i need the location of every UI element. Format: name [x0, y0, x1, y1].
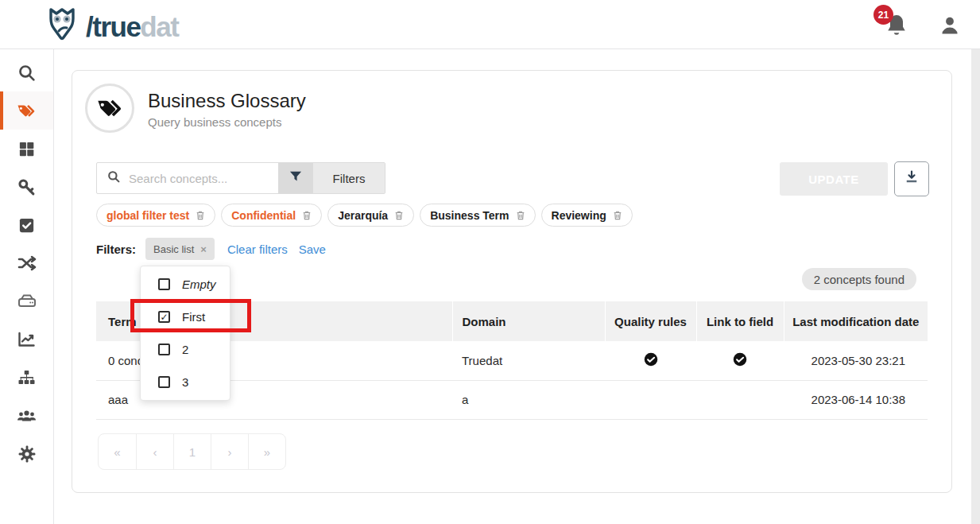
- sidebar-item-lineage[interactable]: [0, 244, 53, 282]
- sidebar-item-permissions[interactable]: [0, 168, 53, 206]
- pagination-prev-button[interactable]: ‹: [136, 434, 173, 469]
- trash-icon[interactable]: [394, 210, 404, 220]
- sidebar: [0, 49, 54, 524]
- saved-filter-chip[interactable]: Basic list ×: [145, 238, 215, 260]
- tags-icon: [16, 101, 37, 120]
- cell-last-modification: 2023-05-30 23:21: [784, 341, 928, 380]
- trash-icon[interactable]: [196, 210, 205, 220]
- col-header-quality-rules[interactable]: Quality rules: [605, 301, 696, 341]
- truedat-app: /truedat 21: [0, 0, 980, 524]
- sidebar-item-settings[interactable]: [0, 435, 53, 473]
- page-scrollbar[interactable]: [971, 49, 980, 524]
- cell-link-to-field: [696, 341, 784, 380]
- checkbox-unchecked-icon[interactable]: [158, 344, 170, 355]
- checkbox-checked-icon[interactable]: [158, 311, 170, 323]
- check-circle-icon: [733, 352, 747, 369]
- col-header-domain[interactable]: Domain: [452, 301, 605, 341]
- sidebar-item-glossary[interactable]: [0, 91, 53, 130]
- sitemap-icon: [17, 368, 37, 387]
- check-circle-icon: [644, 352, 658, 369]
- user-menu-button[interactable]: [939, 14, 961, 37]
- glossary-page-icon: [85, 83, 134, 133]
- filter-chip[interactable]: Jerarquía: [327, 204, 414, 227]
- owl-logo-icon: [41, 7, 83, 47]
- gear-icon: [17, 444, 37, 464]
- cell-link-to-field: [696, 380, 784, 419]
- save-filters-link[interactable]: Save: [299, 243, 326, 256]
- pagination-first-button[interactable]: «: [99, 434, 136, 469]
- search-icon: [107, 169, 121, 187]
- sidebar-item-structures[interactable]: [0, 130, 53, 168]
- bell-icon: [885, 27, 908, 41]
- user-icon: [939, 25, 961, 39]
- page-subtitle: Query business concepts: [148, 115, 281, 129]
- dropdown-option-empty[interactable]: Empty: [141, 268, 230, 301]
- cell-quality-rules: [605, 380, 696, 419]
- filter-chip[interactable]: Confidential: [221, 204, 322, 227]
- filter-chip[interactable]: Business Term: [420, 204, 535, 227]
- col-header-last-modification[interactable]: Last modification date: [784, 301, 928, 341]
- notification-count-badge: 21: [873, 5, 893, 25]
- download-button[interactable]: [894, 161, 929, 196]
- pagination-page-1[interactable]: 1: [173, 434, 211, 469]
- update-button[interactable]: UPDATE: [780, 162, 888, 196]
- dropdown-option-first[interactable]: First: [141, 301, 230, 333]
- check-square-icon: [17, 216, 36, 235]
- pagination: « ‹ 1 › »: [98, 433, 286, 470]
- filter-chip[interactable]: Reviewing: [541, 204, 633, 227]
- results-count-badge: 2 concepts found: [802, 268, 916, 290]
- pagination-next-button[interactable]: ›: [211, 434, 248, 469]
- truedat-logo[interactable]: /truedat: [41, 7, 178, 47]
- filter-chip[interactable]: global filter test: [96, 204, 215, 227]
- chart-icon: [17, 330, 37, 349]
- filter-chip-row: global filter test Confidential Jerarquí…: [96, 204, 633, 227]
- sidebar-item-users[interactable]: [0, 397, 53, 435]
- cell-last-modification: 2023-06-14 10:38: [784, 380, 928, 419]
- users-icon: [16, 406, 37, 425]
- pagination-last-button[interactable]: »: [248, 434, 285, 469]
- saved-filters-label: Filters:: [96, 243, 136, 256]
- search-icon: [17, 63, 37, 83]
- page-title: Business Glossary: [148, 90, 306, 112]
- server-icon: [17, 292, 37, 311]
- filter-options-dropdown: Empty First 2 3: [140, 266, 230, 401]
- logo-wordmark: /truedat: [86, 10, 178, 45]
- sidebar-item-systems[interactable]: [0, 282, 53, 320]
- glossary-card: Business Glossary Query business concept…: [72, 70, 952, 493]
- clear-filters-link[interactable]: Clear filters: [227, 243, 288, 256]
- cell-domain: a: [452, 380, 605, 419]
- sidebar-item-taxonomy[interactable]: [0, 359, 53, 397]
- cell-domain: Truedat: [452, 341, 605, 380]
- checkbox-unchecked-icon[interactable]: [158, 376, 170, 388]
- key-icon: [17, 177, 37, 197]
- dropdown-option-3[interactable]: 3: [141, 366, 230, 398]
- trash-icon[interactable]: [613, 210, 622, 220]
- shuffle-icon: [17, 254, 37, 273]
- filters-button[interactable]: Filters: [313, 163, 385, 193]
- search-filter-group: Filters: [96, 162, 385, 194]
- trash-icon[interactable]: [302, 210, 312, 220]
- checkbox-unchecked-icon[interactable]: [158, 278, 170, 290]
- topbar: /truedat 21: [0, 0, 980, 49]
- grid-icon: [17, 140, 36, 158]
- saved-filters-row: Filters: Basic list × Clear filters Save: [96, 237, 326, 261]
- filter-funnel-button[interactable]: [278, 163, 313, 193]
- trash-icon[interactable]: [516, 210, 525, 220]
- col-header-link-to-field[interactable]: Link to field: [696, 301, 784, 341]
- dropdown-option-2[interactable]: 2: [141, 333, 230, 366]
- sidebar-item-dashboards[interactable]: [0, 320, 53, 359]
- notifications-button[interactable]: 21: [885, 13, 913, 41]
- download-icon: [904, 169, 920, 188]
- search-input[interactable]: [129, 172, 272, 185]
- remove-saved-filter-icon[interactable]: ×: [200, 243, 207, 255]
- sidebar-item-search[interactable]: [0, 53, 53, 91]
- sidebar-item-quality[interactable]: [0, 206, 53, 244]
- cell-quality-rules: [605, 341, 696, 380]
- funnel-icon: [288, 169, 304, 188]
